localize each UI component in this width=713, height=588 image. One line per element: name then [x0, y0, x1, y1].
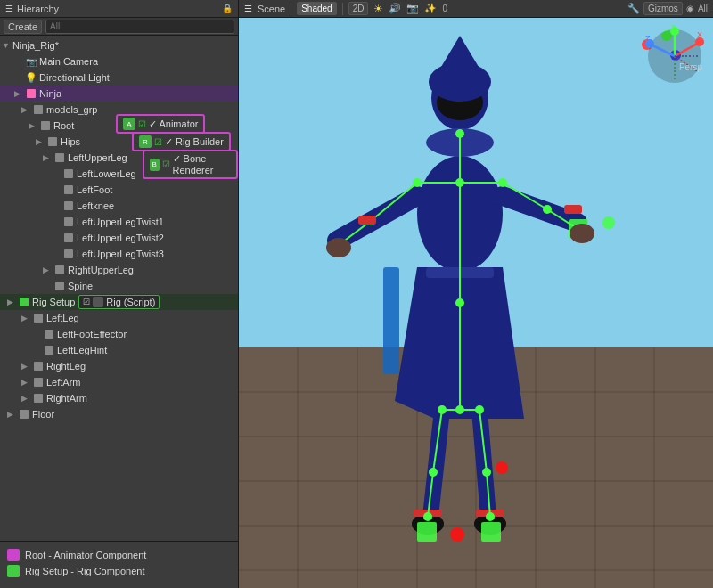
- rig-script-box: ☑ Rig (Script): [78, 295, 160, 309]
- models-grp-label: models_grp: [46, 104, 97, 115]
- tree-item-left-arm[interactable]: ▶ LeftArm: [0, 374, 238, 390]
- right-upper-leg-square: [55, 265, 64, 274]
- rig-script-checkbox: ☑: [83, 298, 90, 306]
- arrow-left-leg: ▶: [21, 314, 30, 323]
- leftknee-icon: [62, 200, 75, 212]
- tree-item-ninja-rig[interactable]: ▼ Ninja_Rig*: [0, 37, 238, 53]
- gizmos-area: 🔧 Gizmos ◉ All: [627, 2, 708, 15]
- tree-item-directional-light[interactable]: ▶ 💡 Directional Light: [0, 69, 238, 86]
- right-upper-leg-icon: [53, 264, 66, 276]
- hierarchy-toolbar: Create: [0, 18, 238, 36]
- bone-renderer-popup-icon: B: [150, 159, 160, 171]
- left-leg-hint-icon: [43, 344, 55, 356]
- tree-item-floor[interactable]: ▶ Floor: [0, 406, 238, 422]
- tree-item-spine[interactable]: ▶ Spine: [0, 278, 238, 294]
- tree-item-left-foot[interactable]: ▶ LeftFoot: [0, 182, 238, 198]
- leftknee-square: [64, 201, 73, 210]
- spine-label: Spine: [68, 281, 93, 291]
- tree-item-rig-setup[interactable]: ▶ Rig Setup ☑ Rig (Script): [0, 294, 238, 310]
- scene-menu-icon: ☰: [244, 4, 252, 13]
- left-leg-icon: [32, 312, 45, 324]
- tree-item-right-arm[interactable]: ▶ RightArm: [0, 390, 238, 406]
- tree-item-ninja[interactable]: ▶ Ninja: [0, 86, 238, 102]
- arrow-right-arm: ▶: [21, 394, 30, 403]
- svg-point-48: [543, 205, 552, 214]
- legend-area: Root - Animator Component Rig Setup - Ri…: [0, 541, 238, 588]
- arrow-right-leg: ▶: [21, 362, 30, 371]
- svg-text:X: X: [697, 30, 702, 39]
- lock-icon: 🔒: [222, 4, 233, 13]
- svg-point-53: [475, 405, 484, 414]
- ninja-label: Ninja: [39, 88, 61, 99]
- tree-item-left-leg-hint[interactable]: ▶ LeftLegHint: [0, 342, 238, 358]
- svg-point-56: [423, 512, 432, 521]
- tree-item-left-upper-leg-twist3[interactable]: ▶ LeftUpperLegTwist3: [0, 246, 238, 262]
- left-leg-label: LeftLeg: [46, 313, 79, 323]
- svg-point-66: [570, 224, 594, 243]
- tree-item-right-upper-leg[interactable]: ▶ RightUpperLeg: [0, 262, 238, 278]
- camera-scene-icon: 📷: [406, 3, 419, 14]
- arrow-left-upper-leg: ▶: [43, 153, 52, 162]
- shading-button[interactable]: Shaded: [297, 2, 336, 15]
- root-icon: [39, 119, 52, 132]
- bone-renderer-checkbox: ☑: [162, 159, 170, 169]
- svg-point-42: [455, 129, 464, 138]
- svg-rect-60: [417, 522, 437, 542]
- twist2-label: LeftUpperLegTwist2: [77, 233, 164, 243]
- tree-item-left-foot-effector[interactable]: ▶ LeftFootEffector: [0, 326, 238, 342]
- floor-label: Floor: [32, 409, 54, 420]
- scene-stat-icon: 0: [442, 4, 447, 13]
- scene-panel: ☰ Scene Shaded 2D ☀ 🔊 📷 ✨ 0 🔧 Gizmos ◉ A…: [239, 0, 713, 588]
- left-lower-leg-square: [64, 169, 73, 178]
- right-arm-label: RightArm: [46, 393, 87, 404]
- svg-point-59: [496, 461, 508, 474]
- twist3-label: LeftUpperLegTwist3: [77, 249, 164, 259]
- right-leg-label: RightLeg: [46, 361, 86, 372]
- hierarchy-tree: ▼ Ninja_Rig* ▶ 📷 Main Camera ▶ 💡 Directi…: [0, 36, 238, 541]
- left-foot-effector-icon: [43, 328, 55, 340]
- left-foot-label: LeftFoot: [77, 184, 112, 195]
- twist2-icon: [62, 232, 75, 244]
- rig-legend-color: [7, 565, 20, 577]
- svg-point-51: [455, 405, 464, 414]
- tree-item-right-leg[interactable]: ▶ RightLeg: [0, 358, 238, 374]
- svg-text:Y: Y: [671, 25, 676, 31]
- popup-animator[interactable]: A ☑ ✓ Animator: [116, 114, 205, 134]
- right-leg-icon: [32, 360, 45, 372]
- left-upper-leg-square: [55, 153, 64, 162]
- popup-bone-renderer[interactable]: B ☑ ✓ Bone Renderer: [143, 150, 238, 179]
- main-camera-label: Main Camera: [39, 56, 98, 67]
- left-arm-square: [34, 378, 43, 387]
- scene-panel-title: Scene: [258, 4, 285, 14]
- sun-icon: ☀: [373, 3, 383, 15]
- rig-script-label: Rig (Script): [106, 297, 155, 307]
- rig-setup-icon: [18, 296, 30, 308]
- left-foot-effector-label: LeftFootEffector: [57, 329, 127, 339]
- rig-builder-popup-icon: R: [139, 135, 152, 148]
- twist3-icon: [62, 248, 75, 260]
- tree-item-left-upper-leg-twist2[interactable]: ▶ LeftUpperLegTwist2: [0, 230, 238, 246]
- tree-item-left-upper-leg-twist1[interactable]: ▶ LeftUpperLegTwist1: [0, 214, 238, 230]
- twist1-icon: [62, 216, 75, 228]
- tree-item-left-leg[interactable]: ▶ LeftLeg: [0, 310, 238, 326]
- popup-rig-builder[interactable]: R ☑ ✓ Rig Builder: [132, 132, 231, 151]
- models-grp-square: [34, 105, 43, 114]
- audio-icon: 🔊: [389, 3, 401, 14]
- hierarchy-search-input[interactable]: [45, 20, 234, 34]
- animator-popup-icon: A: [123, 118, 135, 130]
- tree-item-main-camera[interactable]: ▶ 📷 Main Camera: [0, 53, 238, 69]
- gizmos-button[interactable]: Gizmos: [643, 2, 683, 15]
- twist2-square: [64, 233, 73, 242]
- svg-text:Z: Z: [645, 34, 651, 43]
- left-arm-icon: [32, 376, 45, 388]
- scene-toolbar: ☰ Scene Shaded 2D ☀ 🔊 📷 ✨ 0 🔧 Gizmos ◉ A…: [239, 0, 713, 18]
- ninja-rig-label: Ninja_Rig*: [12, 40, 59, 51]
- arrow-ninja-rig: ▼: [2, 41, 11, 50]
- left-lower-leg-label: LeftLowerLeg: [77, 168, 136, 179]
- create-button[interactable]: Create: [4, 20, 42, 34]
- tree-item-leftknee[interactable]: ▶ Leftknee: [0, 198, 238, 214]
- svg-point-54: [429, 468, 438, 477]
- view-2d-button[interactable]: 2D: [348, 2, 369, 15]
- scene-viewport[interactable]: X Y Z Persp: [239, 18, 713, 588]
- right-arm-square: [34, 394, 43, 403]
